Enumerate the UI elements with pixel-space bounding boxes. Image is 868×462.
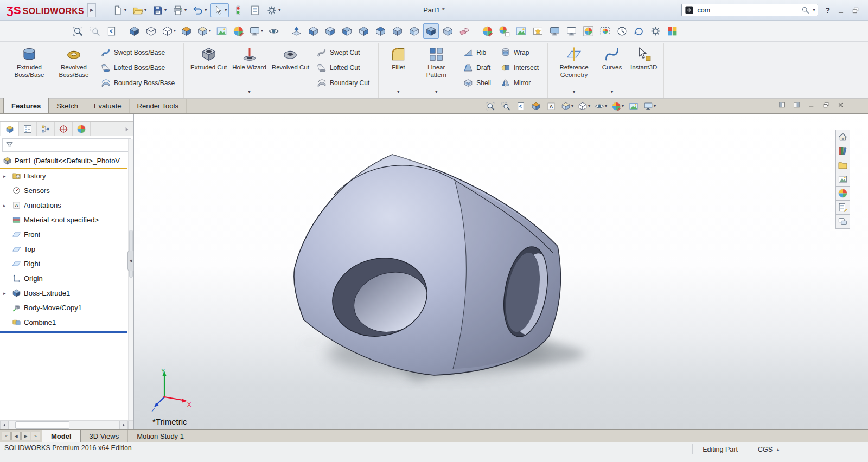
tab-sketch[interactable]: Sketch bbox=[49, 99, 86, 113]
extruded-cut-button[interactable]: Extruded Cut bbox=[188, 43, 229, 96]
apply-scene-button[interactable] bbox=[214, 23, 229, 39]
expand-arrow-icon[interactable]: ▸ bbox=[3, 174, 6, 179]
edit-appearance-pv-button[interactable] bbox=[480, 23, 495, 39]
revolved-boss-base-button[interactable]: Revolved Boss/Base bbox=[52, 43, 95, 96]
clear-selections-button[interactable] bbox=[457, 23, 473, 39]
custom-properties-tab[interactable] bbox=[835, 200, 850, 215]
curves-button[interactable]: Curves▾ bbox=[597, 43, 627, 96]
close-document-button[interactable] bbox=[837, 101, 844, 108]
appearances-scenes-tab[interactable] bbox=[835, 186, 850, 201]
recall-last-render-button[interactable] bbox=[631, 23, 647, 39]
configurationmanager-tab[interactable] bbox=[37, 122, 55, 136]
expand-arrow-icon[interactable]: ▸ bbox=[3, 291, 6, 296]
tab-model[interactable]: Model bbox=[42, 430, 81, 442]
wrap-button[interactable]: Wrap bbox=[497, 46, 542, 60]
tab-nav-0[interactable]: « bbox=[2, 432, 11, 440]
graphics-viewport[interactable]: Y X Z *Trimetric bbox=[134, 114, 868, 429]
tree-filter-row[interactable] bbox=[2, 138, 131, 152]
restore-document-button[interactable] bbox=[822, 101, 829, 108]
proof-sheet-button[interactable] bbox=[665, 23, 680, 39]
panel-collapse-arrow[interactable]: ◀ bbox=[127, 251, 134, 271]
hole-wizard-button[interactable]: Hole Wizard▾ bbox=[230, 43, 269, 96]
instant3d-button[interactable]: Instant3D bbox=[628, 43, 659, 96]
view-settings-button[interactable]: ▾ bbox=[642, 100, 658, 113]
revolved-cut-button[interactable]: Revolved Cut bbox=[270, 43, 311, 96]
mirror-button[interactable]: Mirror bbox=[497, 76, 542, 90]
apply-scene-button[interactable] bbox=[627, 100, 641, 113]
dropdown-caret[interactable]: ▾ bbox=[124, 8, 126, 12]
schedule-render-button[interactable] bbox=[614, 23, 630, 39]
menu-flyout-arrow[interactable]: ▶ bbox=[87, 3, 96, 17]
zoom-area-button[interactable] bbox=[87, 23, 103, 39]
swept-cut-button[interactable]: Swept Cut bbox=[313, 46, 373, 60]
previous-view-button[interactable] bbox=[104, 23, 119, 39]
render-region-button[interactable] bbox=[597, 23, 613, 39]
section-view-button[interactable] bbox=[178, 23, 194, 39]
undo-button[interactable]: ▾ bbox=[190, 3, 209, 17]
dropdown-caret[interactable]: ▾ bbox=[164, 8, 167, 12]
propertymanager-tab[interactable] bbox=[19, 122, 37, 136]
dropdown-caret[interactable]: ▾ bbox=[261, 29, 263, 33]
dropdown-caret[interactable]: ▾ bbox=[205, 8, 207, 12]
search-icon[interactable] bbox=[801, 6, 809, 14]
dropdown-caret[interactable]: ▾ bbox=[184, 8, 187, 12]
final-render-button[interactable] bbox=[580, 23, 596, 39]
hide-show-items-button[interactable]: ▾ bbox=[593, 100, 609, 113]
render-options-button[interactable] bbox=[648, 23, 663, 39]
integrated-preview-button[interactable] bbox=[547, 23, 563, 39]
extruded-boss-base-button[interactable]: Extruded Boss/Base bbox=[8, 43, 51, 96]
select-button[interactable]: ▾ bbox=[210, 3, 229, 17]
top-view-button[interactable] bbox=[373, 23, 388, 39]
zoom-area-button[interactable] bbox=[499, 100, 513, 113]
tree-item-body-move-copy1[interactable]: Body-Move/Copy1 bbox=[0, 300, 127, 315]
scrollbar-track[interactable] bbox=[9, 421, 119, 429]
fillet-button[interactable]: Fillet▾ bbox=[383, 43, 413, 96]
solidworks-resources-tab[interactable] bbox=[835, 130, 850, 144]
boundary-cut-button[interactable]: Boundary Cut bbox=[313, 76, 373, 90]
search-input[interactable]: com bbox=[697, 7, 798, 14]
maximize-pane-button[interactable] bbox=[778, 101, 786, 108]
normal-to-button[interactable] bbox=[289, 23, 304, 39]
dropdown-caret[interactable]: ▾ bbox=[248, 90, 251, 94]
bottom-view-button[interactable] bbox=[390, 23, 405, 39]
draft-button[interactable]: Draft bbox=[459, 61, 495, 75]
right-view-button[interactable] bbox=[356, 23, 372, 39]
file-properties-button[interactable] bbox=[247, 3, 263, 17]
tree-item-right[interactable]: Right bbox=[0, 256, 127, 271]
copy-appearance-button[interactable] bbox=[496, 23, 512, 39]
dropdown-caret[interactable]: ▾ bbox=[225, 8, 227, 12]
solidworks-forum-tab[interactable] bbox=[835, 214, 850, 229]
dimxpertmanager-tab[interactable] bbox=[55, 122, 73, 136]
zoom-to-fit-button[interactable] bbox=[70, 23, 86, 39]
edit-decal-button[interactable] bbox=[530, 23, 546, 39]
dropdown-caret[interactable]: ▾ bbox=[435, 90, 437, 94]
options-button[interactable]: ▾ bbox=[264, 3, 283, 17]
file-explorer-tab[interactable] bbox=[835, 158, 850, 172]
reference-geometry-button[interactable]: Reference Geometry▾ bbox=[552, 43, 596, 96]
dynamic-annotation-views-button[interactable]: A bbox=[544, 100, 558, 113]
dimetric-view-button[interactable] bbox=[440, 23, 456, 39]
hide-show-items-button[interactable] bbox=[266, 23, 282, 39]
expand-arrow-icon[interactable]: ▸ bbox=[3, 203, 6, 208]
preview-window-button[interactable] bbox=[564, 23, 579, 39]
dropdown-caret[interactable]: ▾ bbox=[397, 90, 399, 94]
rollback-bar[interactable] bbox=[0, 331, 127, 333]
tree-item-boss-extrude1[interactable]: ▸Boss-Extrude1 bbox=[0, 286, 127, 300]
save-button[interactable]: ▾ bbox=[150, 3, 169, 17]
help-button[interactable]: ? bbox=[825, 6, 830, 15]
view-palette-tab[interactable] bbox=[835, 172, 850, 187]
lofted-boss-base-button[interactable]: Lofted Boss/Base bbox=[97, 61, 178, 75]
view-orientation-button[interactable]: ▾ bbox=[559, 100, 575, 113]
linear-pattern-button[interactable]: Linear Pattern▾ bbox=[414, 43, 458, 96]
restore-window-button[interactable] bbox=[852, 7, 859, 14]
trimetric-view-button[interactable] bbox=[423, 23, 439, 39]
tab-3d-views[interactable]: 3D Views bbox=[81, 430, 129, 442]
tab-nav-1[interactable]: ◀ bbox=[11, 432, 21, 440]
displaymanager-tab[interactable] bbox=[73, 122, 91, 136]
minimize-document-button[interactable] bbox=[808, 101, 815, 108]
tab-render-tools[interactable]: Render Tools bbox=[130, 99, 187, 113]
scroll-right-button[interactable] bbox=[119, 421, 128, 429]
tree-item-origin[interactable]: Origin bbox=[0, 271, 127, 286]
units-selector[interactable]: CGS ▴ bbox=[748, 444, 789, 454]
featuremanager-tab[interactable] bbox=[1, 122, 19, 136]
